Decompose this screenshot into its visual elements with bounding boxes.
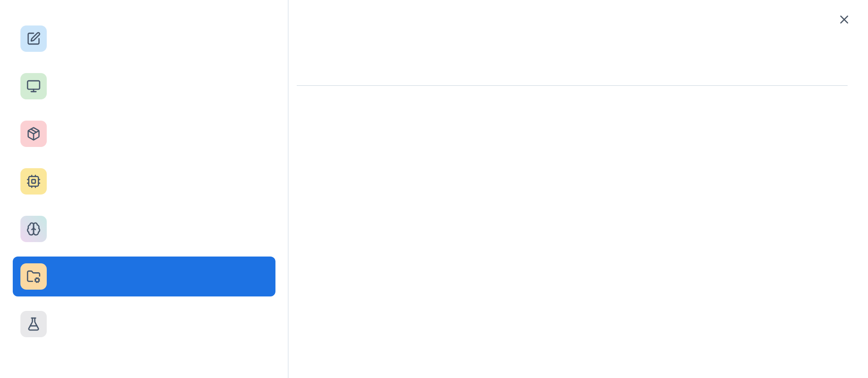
settings-sidebar [0, 0, 289, 378]
panel-description [310, 32, 868, 49]
sidebar-item-tile [20, 121, 47, 147]
sidebar-item-tile [20, 216, 47, 242]
close-button[interactable] [835, 10, 854, 29]
sidebar-item-display[interactable] [13, 66, 275, 106]
close-icon [837, 13, 851, 26]
monitor-icon [26, 79, 41, 93]
sidebar-item-optional-dependencies[interactable] [13, 257, 275, 296]
sidebar-item-tile [20, 73, 47, 99]
brain-icon [26, 222, 41, 236]
optional-features-table [297, 58, 848, 86]
sidebar-nav [0, 19, 288, 344]
sidebar-item-tile [20, 263, 47, 290]
package-icon [26, 127, 41, 141]
sidebar-item-labs[interactable] [13, 304, 275, 344]
folder-cog-icon [26, 269, 41, 284]
sidebar-item-tile [20, 168, 47, 195]
cpu-icon [26, 174, 41, 189]
settings-dialog [0, 0, 868, 378]
sidebar-item-runtime[interactable] [13, 161, 275, 201]
table-header [297, 58, 848, 86]
square-pen-icon [26, 31, 41, 46]
sidebar-item-editor[interactable] [13, 19, 275, 59]
sidebar-item-ai[interactable] [13, 209, 275, 249]
flask-icon [26, 317, 41, 331]
sidebar-item-package-management[interactable] [13, 114, 275, 154]
sidebar-item-tile [20, 25, 47, 52]
optional-dependencies-panel [289, 0, 868, 378]
sidebar-item-tile [20, 311, 47, 337]
